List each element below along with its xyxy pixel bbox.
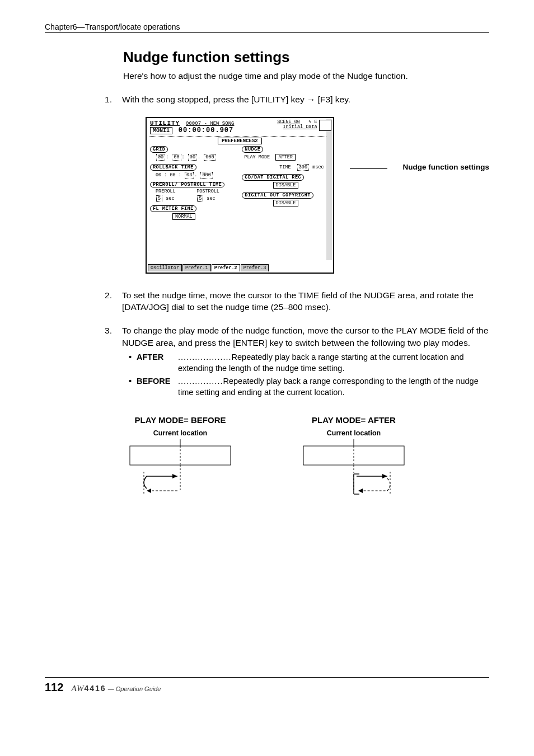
before-label: BEFORE bbox=[137, 376, 175, 398]
intro-text: Here's how to adjust the nudge time and … bbox=[45, 71, 489, 82]
scrollbar bbox=[326, 119, 332, 260]
prepost-group: PREROLL/ POSTROLL TIME bbox=[150, 182, 224, 188]
step-3-number: 3. bbox=[45, 325, 122, 401]
tab-prefer2: Prefer.2 bbox=[212, 264, 240, 271]
svg-marker-5 bbox=[172, 474, 177, 478]
step-2-body: To set the nudge time, move the cursor t… bbox=[122, 289, 489, 313]
initial-data-label: Initial Data bbox=[283, 124, 317, 130]
grid-group: GRID bbox=[150, 146, 168, 153]
section-title: Nudge function settings bbox=[45, 49, 489, 66]
svg-marker-12 bbox=[358, 489, 363, 493]
utility-screenshot: UTILITY 00007 - NEW SONG MONI1 00:00:00.… bbox=[146, 117, 334, 274]
cddat-value: DISABLE bbox=[273, 182, 299, 189]
guide-label: — Operation Guide bbox=[108, 685, 161, 692]
meter-value: NORMAL bbox=[172, 213, 195, 220]
tab-oscillator: Oscillator bbox=[148, 264, 182, 271]
copyright-group: DIGITAL OUT COPYRIGHT bbox=[242, 192, 313, 199]
top-rule bbox=[45, 32, 489, 33]
diagram-before: PLAY MODE= BEFORE Current location bbox=[124, 415, 236, 500]
copyright-value: DISABLE bbox=[273, 200, 299, 206]
song-name: 00007 - NEW SONG bbox=[186, 121, 234, 126]
meter-group: FL METER FINE bbox=[150, 205, 196, 212]
step-1-body: With the song stopped, press the [UTILIT… bbox=[122, 93, 489, 106]
callout-text: Nudge function settings bbox=[403, 163, 490, 171]
model-prefix: AW bbox=[71, 684, 84, 693]
page-number: 112 bbox=[45, 681, 63, 694]
bottom-tabs: Oscillator Prefer.1 Prefer.2 Prefer.3 bbox=[148, 264, 332, 271]
nudge-group: NUDGE bbox=[242, 146, 263, 153]
model-number: 4416 bbox=[84, 684, 106, 693]
rollback-group: ROLLBACK TIME bbox=[150, 164, 196, 171]
step-1-number: 1. bbox=[45, 93, 122, 106]
preferences-header: PREFERENCES2 bbox=[218, 138, 262, 144]
after-label: AFTER bbox=[137, 352, 175, 374]
utility-title: UTILITY bbox=[150, 120, 180, 126]
after-diagram-svg bbox=[298, 439, 410, 498]
diagram-after: PLAY MODE= AFTER Current location bbox=[298, 415, 410, 500]
cddat-group: CD/DAT DIGITAL REC bbox=[242, 174, 304, 181]
before-text: Repeatedly play back a range correspondi… bbox=[178, 377, 479, 397]
step-3-body: To change the play mode of the nudge fun… bbox=[122, 326, 488, 348]
moni-label: MONI1 bbox=[150, 127, 172, 134]
diagram-before-title: PLAY MODE= BEFORE bbox=[124, 415, 236, 425]
callout-line bbox=[350, 168, 387, 169]
tab-prefer3: Prefer.3 bbox=[241, 264, 269, 271]
step-2: 2. To set the nudge time, move the curso… bbox=[45, 289, 489, 313]
playmode-value: AFTER bbox=[275, 154, 296, 161]
svg-rect-8 bbox=[303, 446, 404, 465]
diagram-after-title: PLAY MODE= AFTER bbox=[298, 415, 410, 425]
before-diagram-svg bbox=[124, 439, 236, 498]
svg-rect-1 bbox=[130, 446, 231, 465]
step-1: 1. With the song stopped, press the [UTI… bbox=[45, 93, 489, 106]
svg-marker-4 bbox=[147, 489, 151, 493]
current-location-label: Current location bbox=[124, 429, 236, 437]
page-footer: 112 AW4416 — Operation Guide bbox=[45, 677, 489, 694]
step-2-number: 2. bbox=[45, 289, 122, 313]
step-3: 3. To change the play mode of the nudge … bbox=[45, 325, 489, 401]
time-counter: 00:00:00.907 bbox=[179, 126, 233, 134]
svg-marker-11 bbox=[382, 474, 387, 478]
current-location-label-2: Current location bbox=[298, 429, 410, 437]
tab-prefer1: Prefer.1 bbox=[182, 264, 211, 271]
chapter-header: Chapter6—Transport/locate operations bbox=[45, 22, 489, 31]
